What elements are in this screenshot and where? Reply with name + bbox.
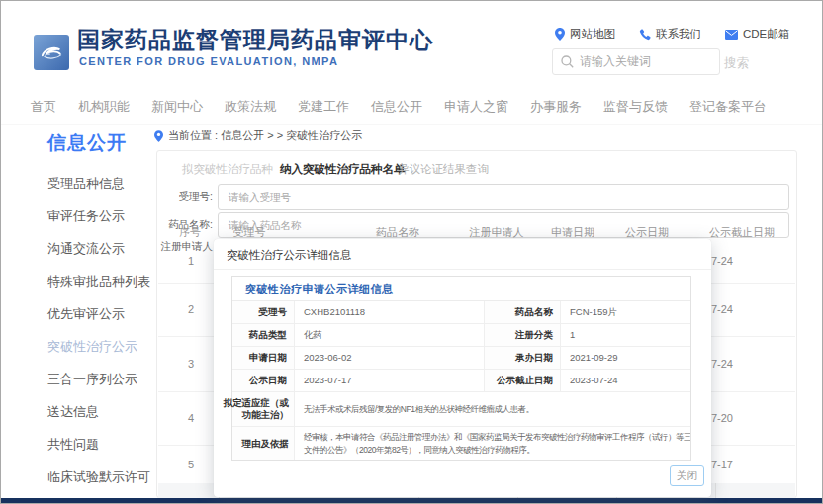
contact-link[interactable]: 联系我们 [639, 27, 701, 42]
accept-no-label: 受理号: [157, 190, 213, 204]
field-label: 承办日期 [485, 347, 561, 369]
accept-no-placeholder: 请输入受理号 [219, 185, 788, 209]
sidebar-item-review-tasks[interactable]: 审评任务公示 [47, 208, 158, 225]
field-label: 申请日期 [232, 347, 295, 369]
location-pin-icon [555, 28, 565, 41]
nav-item-policy[interactable]: 政策法规 [225, 98, 276, 116]
field-value: CXHB2101118 [295, 301, 485, 323]
nav-item-registration-platform[interactable]: 登记备案平台 [689, 98, 767, 116]
col-header-apply-date: 申请日期 [551, 225, 594, 240]
search-placeholder: 请输入关键词 [580, 53, 651, 70]
site-title-cn: 国家药品监督管理局药品审评中心 [77, 25, 433, 55]
sitemap-link[interactable]: 网站地图 [555, 27, 615, 42]
nav-item-party[interactable]: 党建工作 [298, 98, 349, 116]
close-button[interactable]: 关闭 [670, 465, 704, 486]
row-deadline: 7-20 [711, 412, 733, 424]
field-value: FCN-159片 [561, 301, 690, 323]
row-seq: 1 [188, 255, 194, 267]
field-value: 2023-07-24 [561, 370, 690, 391]
site-title-en: CENTER FOR DRUG EVALUATION, NMPA [79, 55, 338, 67]
nav-item-org[interactable]: 机构职能 [78, 98, 130, 116]
field-value: 2023-07-17 [295, 370, 485, 391]
nav-item-news[interactable]: 新闻中心 [151, 98, 203, 116]
indication-row: 拟定适应症（或 功能主治） 无法手术或术后残留/复发的NF1相关的丛状神经纤维瘤… [232, 392, 690, 427]
sidebar-item-delivery-info[interactable]: 送达信息 [47, 403, 158, 421]
row-deadline: 7-24 [711, 255, 733, 267]
row-seq: 2 [188, 303, 194, 315]
mail-link[interactable]: CDE邮箱 [725, 27, 789, 42]
accept-no-input[interactable]: 请输入受理号 [218, 184, 789, 210]
col-header-drug-name: 药品名称 [376, 225, 419, 240]
reason-row: 理由及依据 经审核，本申请符合《药品注册管理办法》和《国家药监局关于发布突破性治… [232, 427, 690, 460]
nav-item-info-disclosure[interactable]: 信息公开 [371, 98, 422, 116]
header-quick-links: 网站地图 联系我们 CDE邮箱 [555, 27, 789, 42]
tab-proposed-breakthrough[interactable]: 拟突破性治疗品种 [182, 162, 273, 177]
search-input[interactable]: 请输入关键词 [552, 48, 720, 75]
detail-row: 公示日期 2023-07-17 公示截止日期 2023-07-24 [232, 370, 690, 392]
nav-item-home[interactable]: 首页 [31, 98, 56, 116]
row-seq: 3 [188, 358, 194, 370]
sidebar-item-three-in-one[interactable]: 三合一序列公示 [47, 371, 158, 388]
field-value: 无法手术或术后残留/复发的NF1相关的丛状神经纤维瘤成人患者。 [295, 392, 690, 426]
cde-page: 国家药品监督管理局药品审评中心 CENTER FOR DRUG EVALUATI… [0, 0, 823, 504]
detail-row: 申请日期 2023-06-02 承办日期 2021-09-29 [232, 347, 690, 370]
field-label: 公示截止日期 [485, 370, 561, 391]
field-value: 1 [561, 324, 690, 346]
modal-divider [214, 269, 711, 270]
field-value: 2023-06-02 [295, 347, 485, 369]
row-seq: 5 [188, 459, 194, 470]
tab-objection-results[interactable]: 异议论证结果查询 [398, 162, 489, 177]
main-nav: 首页 机构职能 新闻中心 政策法规 党建工作 信息公开 申请人之窗 办事服务 监… [1, 90, 822, 125]
detail-row: 药品类型 化药 注册分类 1 [232, 324, 690, 347]
row-deadline: 7-24 [711, 303, 733, 315]
col-header-applicant: 注册申请人 [470, 225, 524, 240]
row-seq: 4 [188, 412, 194, 424]
sidebar-item-breakthrough-therapy[interactable]: 突破性治疗公示 [47, 338, 158, 356]
row-deadline: 7-24 [711, 358, 733, 370]
search-icon [561, 55, 574, 68]
search-button[interactable]: 搜索 [724, 55, 749, 72]
detail-row: 受理号 CXHB2101118 药品名称 FCN-159片 [232, 301, 690, 324]
col-header-seq: 序号 [179, 225, 201, 240]
field-value: 化药 [295, 324, 485, 346]
detail-table: 突破性治疗申请公示详细信息 受理号 CXHB2101118 药品名称 FCN-1… [231, 276, 691, 461]
col-header-accept-no: 受理号 [233, 225, 266, 240]
tab-included-breakthrough-list[interactable]: 纳入突破性治疗品种名单 [280, 162, 406, 177]
phone-icon [639, 29, 651, 41]
field-label: 药品名称 [485, 301, 561, 323]
sidebar-item-accepted-varieties[interactable]: 受理品种信息 [47, 175, 158, 193]
sidebar: 信息公开 受理品种信息 审评任务公示 沟通交流公示 特殊审批品种列表 优先审评公… [47, 130, 158, 504]
field-label: 公示日期 [232, 370, 295, 391]
breakthrough-detail-modal: 突破性治疗公示详细信息 突破性治疗申请公示详细信息 受理号 CXHB210111… [214, 239, 711, 497]
nav-item-services[interactable]: 办事服务 [530, 98, 582, 116]
detail-section-title: 突破性治疗申请公示详细信息 [232, 277, 690, 301]
breadcrumb-text: 当前位置 : 信息公开 > > 突破性治疗公示 [168, 128, 362, 143]
field-label: 理由及依据 [232, 427, 295, 460]
sidebar-item-common-issues[interactable]: 共性问题 [47, 436, 158, 454]
col-header-publicity-date: 公示日期 [625, 225, 669, 240]
sidebar-item-clinical-trial-license[interactable]: 临床试验默示许可 [47, 468, 158, 486]
breadcrumb: 当前位置 : 信息公开 > > 突破性治疗公示 [154, 128, 362, 143]
field-value: 经审核，本申请符合《药品注册管理办法》和《国家药监局关于发布突破性治疗药物审评工… [295, 427, 690, 460]
footer-bar [1, 498, 822, 504]
col-header-deadline: 公示截止日期 [709, 225, 775, 240]
field-label: 药品类型 [232, 324, 295, 346]
field-label: 拟定适应症（或 功能主治） [232, 392, 295, 426]
breadcrumb-pin-icon [154, 130, 163, 142]
nav-item-supervision[interactable]: 监督与反馈 [603, 98, 668, 116]
field-label: 注册分类 [485, 324, 561, 346]
nav-item-applicant[interactable]: 申请人之窗 [444, 98, 508, 116]
field-label: 受理号 [232, 301, 295, 323]
cde-logo [34, 35, 69, 70]
sidebar-item-communication[interactable]: 沟通交流公示 [47, 240, 158, 258]
applicant-label: 注册申请人 [157, 240, 213, 254]
sidebar-title: 信息公开 [47, 130, 158, 156]
sidebar-item-priority-review[interactable]: 优先审评公示 [47, 305, 158, 323]
field-value: 2021-09-29 [561, 347, 690, 369]
envelope-icon [725, 30, 738, 40]
row-deadline: 7-17 [711, 459, 733, 470]
swan-icon [37, 38, 66, 67]
modal-title: 突破性治疗公示详细信息 [227, 248, 352, 263]
sidebar-item-special-approval[interactable]: 特殊审批品种列表 [47, 273, 158, 291]
